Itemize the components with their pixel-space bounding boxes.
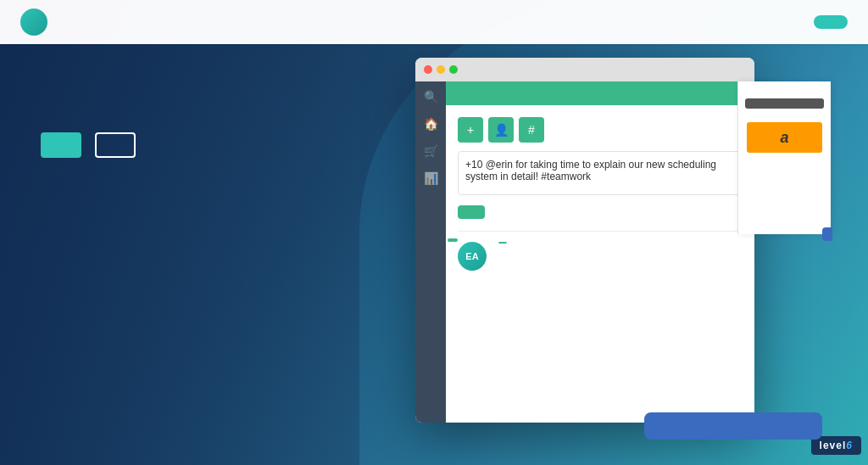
right-panel-header bbox=[738, 81, 831, 98]
hero-buttons bbox=[41, 132, 363, 158]
cart-icon[interactable]: 🛒 bbox=[424, 144, 438, 158]
browser-titlebar bbox=[415, 58, 754, 81]
sidebar-panel: 🔍 🏠 🛒 📊 bbox=[415, 81, 446, 423]
compose-input[interactable] bbox=[458, 151, 743, 195]
browser-window: 🔍 🏠 🛒 📊 + 👤 # bbox=[415, 58, 754, 423]
watermark: level6 bbox=[811, 436, 861, 455]
right-panel-peek: a bbox=[737, 81, 831, 234]
feed-item: EA bbox=[446, 232, 754, 281]
request-demo-button[interactable] bbox=[41, 132, 81, 158]
compose-actions: + 👤 # bbox=[458, 117, 743, 143]
header bbox=[0, 0, 868, 44]
chart-icon[interactable]: 📊 bbox=[424, 171, 438, 185]
main-nav bbox=[671, 15, 848, 29]
try-free-outline-button[interactable] bbox=[95, 132, 136, 158]
hero-content bbox=[41, 102, 363, 158]
pick-reward-button[interactable] bbox=[745, 98, 824, 109]
add-icon[interactable]: + bbox=[458, 117, 483, 143]
demo-tab[interactable] bbox=[822, 227, 832, 241]
maximize-dot bbox=[449, 65, 458, 74]
logo-area bbox=[20, 8, 54, 36]
feed-inline-points bbox=[498, 242, 507, 244]
points-header bbox=[446, 81, 754, 105]
main-panel: + 👤 # document.querySelector('.compose-t… bbox=[446, 81, 754, 423]
hashtag-icon[interactable]: # bbox=[519, 117, 544, 143]
search-icon[interactable]: 🔍 bbox=[424, 90, 438, 104]
browser-body: 🔍 🏠 🛒 📊 + 👤 # bbox=[415, 81, 754, 423]
minimize-dot bbox=[437, 65, 445, 74]
app-mockup: 🔍 🏠 🛒 📊 + 👤 # bbox=[407, 58, 831, 448]
feed-content bbox=[495, 242, 743, 271]
give-points-button[interactable] bbox=[458, 205, 485, 219]
close-dot bbox=[424, 65, 432, 74]
person-icon[interactable]: 👤 bbox=[488, 117, 514, 143]
home-icon[interactable]: 🏠 bbox=[424, 117, 438, 131]
amazon-logo: a bbox=[747, 122, 822, 153]
feed-avatar: EA bbox=[458, 242, 487, 271]
gift-cards-label bbox=[738, 109, 831, 119]
feed-points-badge bbox=[448, 238, 458, 242]
logo-icon bbox=[20, 8, 47, 36]
tooltip-popup bbox=[644, 412, 822, 440]
feed-header-row bbox=[495, 242, 743, 244]
try-free-button[interactable] bbox=[814, 15, 848, 29]
compose-box: + 👤 # document.querySelector('.compose-t… bbox=[446, 105, 754, 231]
